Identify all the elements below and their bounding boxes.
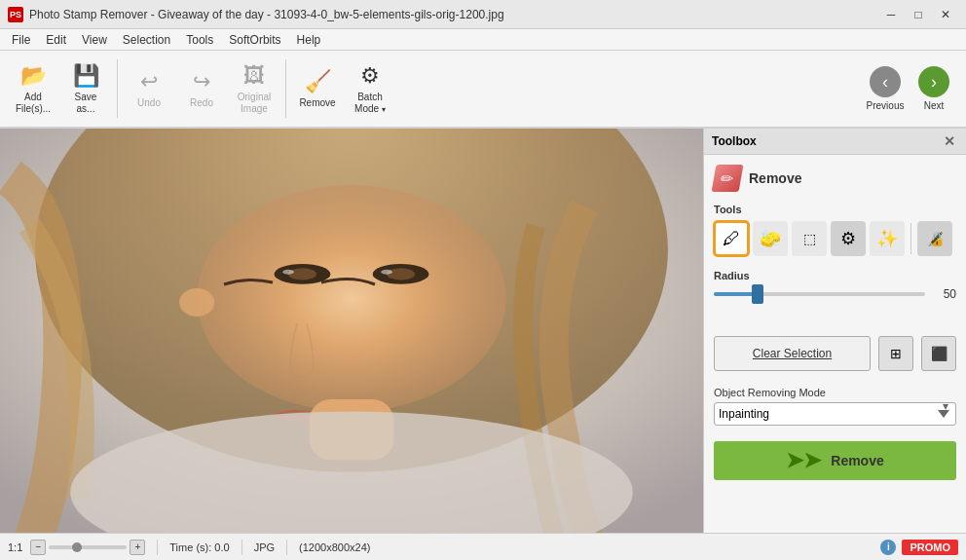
menu-help[interactable]: Help xyxy=(289,31,329,49)
next-circle-icon: › xyxy=(918,66,949,97)
tool-separator xyxy=(910,223,911,254)
batch-mode-label: Batch Mode ▾ xyxy=(354,92,386,115)
zoom-slider[interactable] xyxy=(49,545,127,549)
zoom-controls: − + xyxy=(30,540,145,555)
undo-icon: ↩ xyxy=(140,69,158,94)
info-button[interactable]: i xyxy=(880,540,896,555)
remove-header: ✏ Remove xyxy=(714,165,956,192)
dimensions-display: (1200x800x24) xyxy=(299,541,370,553)
svg-point-2 xyxy=(197,185,506,411)
menu-view[interactable]: View xyxy=(74,31,115,49)
menu-tools[interactable]: Tools xyxy=(178,31,221,49)
radius-slider-fill xyxy=(714,292,756,296)
original-image-button[interactable]: 🖼 Original Image xyxy=(229,56,279,121)
zoom-ratio: 1:1 xyxy=(8,541,22,553)
app-icon: PS xyxy=(8,7,23,22)
menu-softorbits[interactable]: SoftOrbits xyxy=(221,31,288,49)
original-image-icon: 🖼 xyxy=(243,63,265,89)
action-row: Clear Selection ⊞ ⬛ xyxy=(714,336,956,371)
stamp-icon: 🔏 xyxy=(927,231,944,246)
remove-icon: 🧹 xyxy=(305,69,331,94)
svg-point-5 xyxy=(288,268,316,280)
mode-label: Object Removing Mode xyxy=(714,387,956,398)
remove-button[interactable]: 🧹 Remove xyxy=(292,56,343,121)
svg-point-7 xyxy=(282,270,294,275)
redo-label: Redo xyxy=(190,97,213,109)
clear-selection-button[interactable]: Clear Selection xyxy=(714,336,871,371)
toolbox-header: Toolbox ✕ xyxy=(704,129,966,155)
svg-point-8 xyxy=(381,270,392,275)
save-as-label: Save as... xyxy=(75,92,97,115)
batch-mode-icon: ⚙ xyxy=(360,63,380,89)
svg-point-6 xyxy=(387,268,415,280)
toolbar-separator-2 xyxy=(285,59,286,118)
invert-selection-button[interactable]: ⬛ xyxy=(921,336,956,371)
zoom-out-button[interactable]: − xyxy=(30,540,46,555)
undo-label: Undo xyxy=(137,97,161,109)
titlebar: PS Photo Stamp Remover - Giveaway of the… xyxy=(0,0,966,29)
remove-arrow-icon: ➤➤ xyxy=(786,448,821,473)
window-controls: ─ □ ✕ xyxy=(878,5,958,24)
format-display: JPG xyxy=(254,541,275,553)
photo-placeholder xyxy=(0,129,703,533)
toolbox-panel: Toolbox ✕ ✏ Remove Tools 🖊 🧽 ⬚ xyxy=(703,129,966,533)
promo-button[interactable]: PROMO xyxy=(902,540,958,555)
menu-edit[interactable]: Edit xyxy=(38,31,74,49)
remove-eraser-icon: ✏ xyxy=(712,165,744,192)
photo-svg xyxy=(0,129,703,533)
mode-select[interactable]: Inpainting Content-Aware Clone Stamp xyxy=(714,402,956,426)
zoom-thumb[interactable] xyxy=(72,542,82,552)
toolbar-remove-group: 🧹 Remove ⚙ Batch Mode ▾ xyxy=(292,56,395,121)
menu-file[interactable]: File xyxy=(4,31,38,49)
radius-slider-thumb[interactable] xyxy=(752,284,763,304)
toolbox-close-button[interactable]: ✕ xyxy=(941,132,958,150)
menu-selection[interactable]: Selection xyxy=(115,31,178,49)
time-display: Time (s): 0.0 xyxy=(169,541,229,553)
select-all-icon: ⊞ xyxy=(890,346,902,361)
zoom-ratio-value: 1:1 xyxy=(8,541,22,553)
status-sep-1 xyxy=(157,540,158,555)
undo-button[interactable]: ↩ Undo xyxy=(124,56,174,121)
svg-point-9 xyxy=(179,288,214,317)
next-button[interactable]: › Next xyxy=(911,56,956,121)
redo-icon: ↪ xyxy=(193,69,210,94)
selection-tool-button[interactable]: ⬚ xyxy=(792,221,827,256)
window-title: Photo Stamp Remover - Giveaway of the da… xyxy=(29,8,878,21)
redo-button[interactable]: ↪ Redo xyxy=(176,56,227,121)
remove-action-button[interactable]: ➤➤ Remove xyxy=(714,441,956,480)
batch-mode-button[interactable]: ⚙ Batch Mode ▾ xyxy=(345,56,395,121)
invert-selection-icon: ⬛ xyxy=(931,346,947,361)
zoom-in-button[interactable]: + xyxy=(130,540,145,555)
eraser-tool-button[interactable]: 🧽 xyxy=(753,221,788,256)
canvas-area[interactable] xyxy=(0,129,703,533)
marker-tool-button[interactable]: 🖊 xyxy=(714,221,749,256)
radius-slider[interactable] xyxy=(714,292,925,296)
previous-button[interactable]: ‹ Previous xyxy=(863,56,908,121)
selection-icon: ⬚ xyxy=(803,231,816,246)
status-sep-3 xyxy=(286,540,287,555)
close-button[interactable]: ✕ xyxy=(933,5,958,24)
select-all-button[interactable]: ⊞ xyxy=(878,336,913,371)
next-label: Next xyxy=(924,100,945,111)
toolbar-edit-group: ↩ Undo ↪ Redo 🖼 Original Image xyxy=(124,56,279,121)
magic-wand-button[interactable]: ✨ xyxy=(870,221,905,256)
prev-circle-icon: ‹ xyxy=(870,66,901,97)
add-files-icon: 📂 xyxy=(20,63,47,89)
original-image-label: Original Image xyxy=(238,92,271,115)
statusbar: 1:1 − + Time (s): 0.0 JPG (1200x800x24) … xyxy=(0,533,966,560)
menubar: File Edit View Selection Tools SoftOrbit… xyxy=(0,29,966,51)
save-as-button[interactable]: 💾 Save as... xyxy=(60,56,111,121)
maximize-button[interactable]: □ xyxy=(906,5,931,24)
remove-title: Remove xyxy=(749,170,801,186)
minimize-button[interactable]: ─ xyxy=(878,5,904,24)
add-files-button[interactable]: 📂 Add File(s)... xyxy=(8,56,58,121)
settings-icon: ⚙ xyxy=(840,228,856,249)
toolbox-title: Toolbox xyxy=(712,134,757,148)
toolbox-body: ✏ Remove Tools 🖊 🧽 ⬚ ⚙ ✨ xyxy=(704,155,966,533)
navigation-buttons: ‹ Previous › Next xyxy=(863,56,956,121)
status-sep-2 xyxy=(242,540,242,555)
stamp-tool-button[interactable]: 🔏 xyxy=(917,221,952,256)
toolbar: 📂 Add File(s)... 💾 Save as... ↩ Undo ↪ R… xyxy=(0,51,966,129)
previous-label: Previous xyxy=(867,100,905,111)
settings-tool-button[interactable]: ⚙ xyxy=(831,221,866,256)
